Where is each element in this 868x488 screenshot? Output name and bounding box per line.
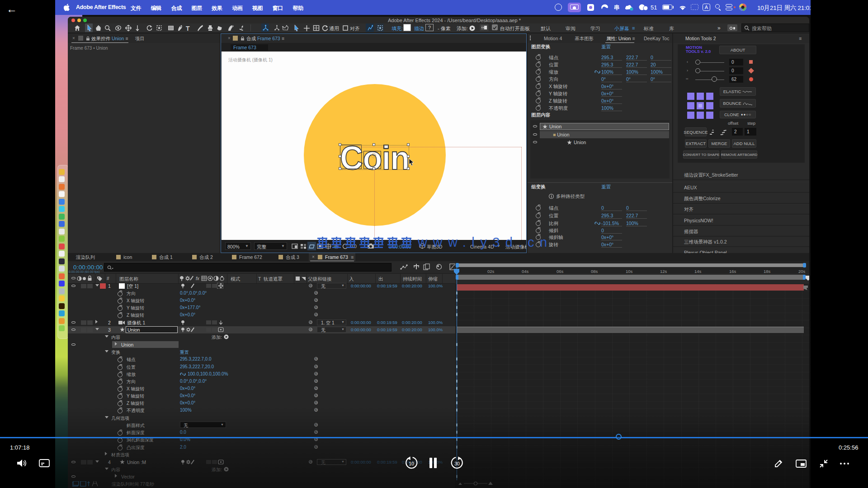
svg-text:10: 10 bbox=[409, 461, 414, 466]
svg-text:30: 30 bbox=[454, 461, 460, 466]
